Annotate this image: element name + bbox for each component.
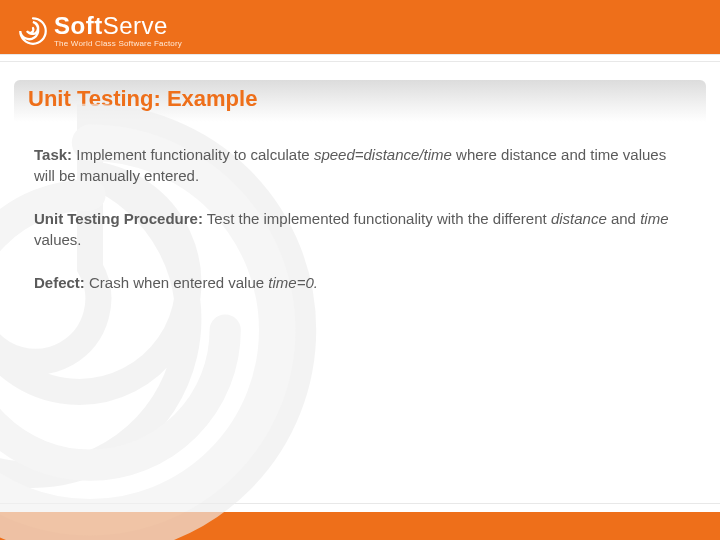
task-text-a: Implement functionality to calculate bbox=[72, 146, 314, 163]
slide-content: Task: Implement functionality to calcula… bbox=[0, 122, 720, 293]
task-paragraph: Task: Implement functionality to calcula… bbox=[34, 144, 686, 186]
task-formula: speed=distance/time bbox=[314, 146, 452, 163]
procedure-paragraph: Unit Testing Procedure: Test the impleme… bbox=[34, 208, 686, 250]
brand-name-a: Soft bbox=[54, 12, 103, 39]
header-divider bbox=[0, 54, 720, 62]
procedure-text-b: and bbox=[607, 210, 640, 227]
procedure-em1: distance bbox=[551, 210, 607, 227]
defect-text-a: Crash when entered value bbox=[85, 274, 268, 291]
procedure-text-a: Test the implemented functionality with … bbox=[203, 210, 551, 227]
defect-paragraph: Defect: Crash when entered value time=0. bbox=[34, 272, 686, 293]
brand-name: SoftServe bbox=[54, 14, 182, 38]
procedure-text-c: values. bbox=[34, 231, 82, 248]
swirl-icon bbox=[18, 16, 48, 46]
procedure-label: Unit Testing Procedure: bbox=[34, 210, 203, 227]
brand-name-b: Serve bbox=[103, 12, 168, 39]
defect-label: Defect: bbox=[34, 274, 85, 291]
brand-header: SoftServe The World Class Software Facto… bbox=[0, 0, 720, 62]
brand-tagline: The World Class Software Factory bbox=[54, 39, 182, 48]
task-label: Task: bbox=[34, 146, 72, 163]
brand-logo: SoftServe The World Class Software Facto… bbox=[18, 14, 182, 48]
procedure-em2: time bbox=[640, 210, 668, 227]
defect-em: time=0. bbox=[268, 274, 318, 291]
